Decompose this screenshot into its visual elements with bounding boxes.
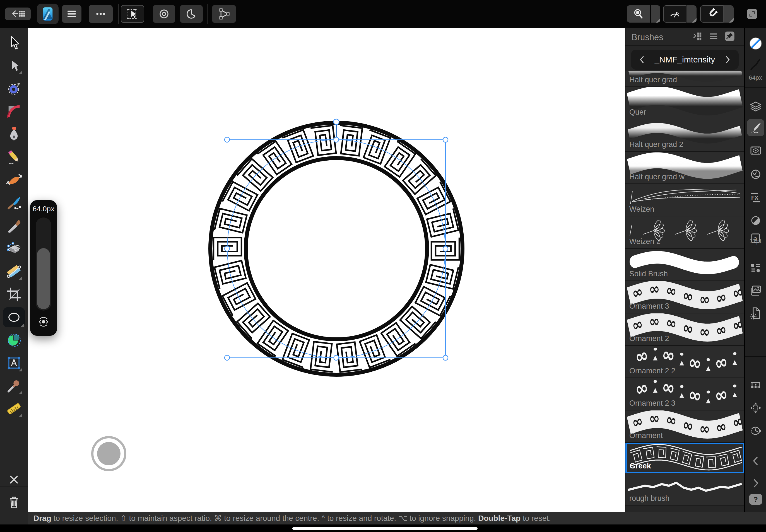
home-strip — [0, 524, 766, 532]
move-tool-button[interactable] — [5, 34, 23, 52]
pen-tool-button[interactable] — [5, 125, 23, 143]
shape-builder-tool-button[interactable] — [5, 331, 23, 349]
selection-handle[interactable] — [443, 355, 448, 360]
brush-item-halt-quer-grad-w[interactable]: Halt quer grad w — [625, 152, 744, 184]
fill-gradient-tool-button[interactable] — [5, 263, 23, 280]
history-panel-button[interactable] — [749, 424, 763, 438]
appearance-panel-button[interactable] — [749, 144, 763, 158]
effects-panel-button[interactable]: FX — [749, 191, 763, 205]
selection-handle[interactable] — [443, 246, 448, 251]
svg-text:∞: ∞ — [699, 419, 711, 438]
brush-label: Greek — [630, 462, 651, 470]
brush-item-ornament-3[interactable]: ∞∞∞∞∞∞∞Ornament 3 — [625, 281, 744, 313]
pen-tool-icon — [6, 126, 22, 142]
pencil-tool-button[interactable] — [5, 148, 23, 166]
selection-cursor-button[interactable] — [121, 5, 144, 23]
selection-handle[interactable] — [443, 137, 448, 142]
ellipse-tool-button[interactable] — [3, 307, 25, 327]
pie-shape-button[interactable] — [180, 5, 203, 23]
top-toolbar — [0, 0, 766, 28]
svg-text:∞: ∞ — [649, 281, 660, 298]
brush-item-ornament[interactable]: ∞∞∞∞∞∞∞Ornament — [625, 410, 744, 443]
svg-text:∞: ∞ — [687, 383, 703, 407]
panel-menu-button[interactable] — [707, 30, 720, 42]
brush-size-popup: 64.0px — [30, 200, 57, 336]
collapse-left-button[interactable] — [749, 454, 763, 468]
panel-header-separator — [625, 45, 744, 46]
brush-item-halt-quer-grad[interactable]: Halt quer grad — [625, 71, 744, 87]
category-next-button[interactable] — [721, 54, 734, 66]
rotation-handle[interactable] — [333, 119, 339, 125]
node-tool-button[interactable] — [5, 57, 23, 75]
affinity-logo-button[interactable] — [37, 4, 59, 24]
window-mode-button[interactable] — [747, 9, 757, 19]
close-x-button[interactable] — [5, 471, 23, 489]
corner-flap-icon — [692, 18, 697, 23]
brushes-panel-icon — [749, 121, 762, 134]
zoom-magnifier-button[interactable] — [627, 5, 650, 23]
snapping-magnet-button[interactable] — [700, 5, 724, 23]
knife-tool-button[interactable] — [5, 217, 23, 235]
collapse-right-button[interactable] — [749, 476, 763, 490]
vector-brush-tool-button[interactable] — [5, 194, 23, 212]
adjustments-panel-button[interactable] — [749, 214, 763, 228]
help-button[interactable]: ? — [749, 494, 762, 505]
text-tool-button[interactable] — [5, 354, 23, 372]
delete-trash-button[interactable] — [5, 493, 23, 511]
pressure-preview-icon[interactable] — [37, 315, 50, 328]
brush-item-weizen-2[interactable]: Weizen 2 — [625, 216, 744, 249]
brush-label: Ornament 3 — [629, 302, 669, 311]
layers-panel-button[interactable] — [749, 100, 763, 114]
brush-item-ornament-2-2[interactable]: ∞∞∞∞Ornament 2 2 — [625, 346, 744, 378]
status-text: to reset. — [521, 514, 551, 523]
point-transform-tool-button[interactable] — [5, 80, 23, 98]
selection-handle[interactable] — [334, 355, 339, 360]
brush-size-slider[interactable] — [36, 217, 51, 311]
selection-handle[interactable] — [224, 137, 229, 142]
brush-stroke-preview[interactable] — [749, 57, 763, 71]
brush-item-ornament-2-3[interactable]: ∞∞∞∞Ornament 2 3 — [625, 378, 744, 410]
submenu-corner-icon — [21, 323, 24, 327]
convert-to-curves-button[interactable] — [212, 5, 236, 23]
snapping-magnet-options-button[interactable] — [724, 5, 734, 23]
corner-tool-button[interactable] — [5, 103, 23, 120]
ruler-tool-button[interactable] — [5, 400, 23, 418]
navigator-panel-button[interactable] — [749, 401, 763, 415]
selection-handle[interactable] — [224, 246, 229, 251]
colour-picker-tool-button[interactable] — [5, 377, 23, 395]
brush-item-weizen[interactable]: Weizen — [625, 184, 744, 216]
toolbar-separator — [207, 4, 207, 24]
status-text: to resize and rotate. — [325, 514, 399, 523]
brush-item-ornament-2[interactable]: ∞∞∞∞∞∞∞Ornament 2 — [625, 313, 744, 346]
selection-handle[interactable] — [224, 355, 229, 360]
brush-item-halt-quer-grad-2[interactable]: Halt quer grad 2 — [625, 119, 744, 152]
brush-item-greek[interactable]: Greek — [625, 443, 744, 473]
stroke-color-well[interactable] — [748, 36, 763, 51]
colour-panel-button[interactable] — [749, 167, 763, 181]
menu-ellipsis-button[interactable] — [89, 5, 113, 23]
menu-hamburger-button[interactable] — [62, 5, 81, 23]
selection-handle[interactable] — [334, 137, 339, 142]
home-indicator[interactable] — [292, 527, 478, 530]
brush-item-rough-brush[interactable]: rough brush — [625, 473, 744, 506]
mesh-transform-tool-button[interactable] — [5, 240, 23, 258]
brush-item-solid-brush[interactable]: Solid Brush — [625, 249, 744, 281]
view-gauge-button[interactable] — [663, 5, 687, 23]
paragraph-panel-button[interactable] — [749, 261, 763, 275]
transform-panel-button[interactable] — [749, 378, 763, 392]
back-grid-button[interactable] — [5, 8, 31, 20]
media-panel-button[interactable] — [749, 284, 763, 298]
document-canvas[interactable] — [28, 28, 625, 512]
view-gauge-options-button[interactable] — [687, 5, 697, 23]
donut-shape-button[interactable] — [153, 5, 175, 23]
panel-pin-button[interactable] — [724, 30, 736, 42]
panel-dock-button[interactable] — [691, 30, 704, 42]
brushes-panel-button[interactable] — [747, 119, 764, 136]
crop-tool-button[interactable] — [5, 286, 23, 303]
brush-item-quer[interactable]: Quer — [625, 87, 744, 119]
width-tool-button[interactable] — [5, 171, 23, 189]
zoom-magnifier-options-button[interactable] — [651, 5, 660, 23]
document-panel-button[interactable] — [749, 306, 763, 320]
brush-size-slider-fill — [37, 248, 50, 309]
status-text: ⌥ — [399, 514, 407, 523]
